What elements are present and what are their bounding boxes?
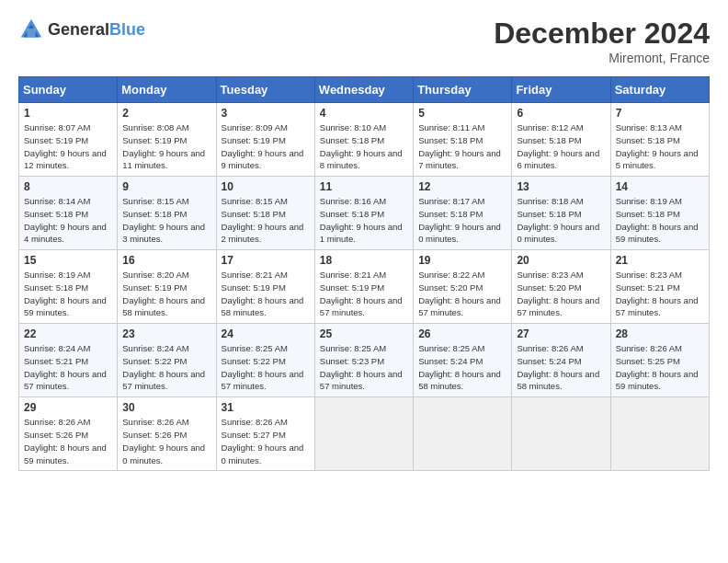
col-wednesday: Wednesday: [314, 77, 413, 103]
day-number: 2: [122, 107, 211, 120]
calendar-cell: 16Sunrise: 8:20 AM Sunset: 5:19 PM Dayli…: [118, 250, 216, 324]
calendar-body: 1Sunrise: 8:07 AM Sunset: 5:19 PM Daylig…: [19, 103, 710, 471]
day-info: Sunrise: 8:11 AM Sunset: 5:18 PM Dayligh…: [418, 121, 507, 172]
day-info: Sunrise: 8:15 AM Sunset: 5:18 PM Dayligh…: [122, 195, 211, 246]
day-info: Sunrise: 8:26 AM Sunset: 5:24 PM Dayligh…: [517, 342, 606, 393]
day-info: Sunrise: 8:24 AM Sunset: 5:21 PM Dayligh…: [24, 342, 113, 393]
day-number: 14: [616, 180, 705, 193]
col-friday: Friday: [512, 77, 610, 103]
day-info: Sunrise: 8:19 AM Sunset: 5:18 PM Dayligh…: [24, 269, 113, 319]
calendar-cell: 15Sunrise: 8:19 AM Sunset: 5:18 PM Dayli…: [19, 250, 118, 324]
logo-icon: [18, 17, 44, 42]
calendar-cell: [414, 397, 512, 471]
calendar-cell: [314, 397, 413, 471]
day-info: Sunrise: 8:25 AM Sunset: 5:22 PM Dayligh…: [222, 342, 311, 393]
day-number: 1: [24, 107, 113, 120]
month-title: December 2024: [494, 17, 710, 51]
day-number: 22: [24, 327, 113, 340]
col-sunday: Sunday: [19, 77, 118, 103]
day-info: Sunrise: 8:26 AM Sunset: 5:26 PM Dayligh…: [122, 416, 211, 466]
calendar-cell: 22Sunrise: 8:24 AM Sunset: 5:21 PM Dayli…: [19, 324, 118, 397]
day-number: 19: [418, 254, 507, 267]
col-thursday: Thursday: [414, 77, 512, 103]
day-number: 17: [222, 254, 311, 267]
day-info: Sunrise: 8:12 AM Sunset: 5:18 PM Dayligh…: [517, 121, 606, 172]
calendar-cell: 2Sunrise: 8:08 AM Sunset: 5:19 PM Daylig…: [118, 103, 216, 177]
day-info: Sunrise: 8:13 AM Sunset: 5:18 PM Dayligh…: [616, 121, 705, 172]
calendar-cell: 14Sunrise: 8:19 AM Sunset: 5:18 PM Dayli…: [610, 177, 709, 250]
calendar-week-row: 1Sunrise: 8:07 AM Sunset: 5:19 PM Daylig…: [19, 103, 710, 177]
logo-general: General: [48, 20, 109, 39]
calendar-cell: 25Sunrise: 8:25 AM Sunset: 5:23 PM Dayli…: [314, 324, 413, 397]
location-subtitle: Miremont, France: [494, 51, 710, 65]
day-number: 4: [320, 107, 409, 120]
calendar-cell: 10Sunrise: 8:15 AM Sunset: 5:18 PM Dayli…: [216, 177, 314, 250]
calendar-cell: 27Sunrise: 8:26 AM Sunset: 5:24 PM Dayli…: [512, 324, 610, 397]
day-number: 6: [517, 107, 606, 120]
day-number: 31: [222, 401, 311, 414]
day-info: Sunrise: 8:07 AM Sunset: 5:19 PM Dayligh…: [24, 121, 113, 172]
calendar-cell: 26Sunrise: 8:25 AM Sunset: 5:24 PM Dayli…: [414, 324, 512, 397]
day-number: 21: [616, 254, 705, 267]
calendar-cell: 17Sunrise: 8:21 AM Sunset: 5:19 PM Dayli…: [216, 250, 314, 324]
logo-blue: Blue: [109, 20, 145, 39]
day-info: Sunrise: 8:19 AM Sunset: 5:18 PM Dayligh…: [616, 195, 705, 246]
calendar-cell: 6Sunrise: 8:12 AM Sunset: 5:18 PM Daylig…: [512, 103, 610, 177]
calendar-cell: 7Sunrise: 8:13 AM Sunset: 5:18 PM Daylig…: [610, 103, 709, 177]
day-info: Sunrise: 8:25 AM Sunset: 5:23 PM Dayligh…: [320, 342, 409, 393]
day-number: 13: [517, 180, 606, 193]
day-number: 10: [222, 180, 311, 193]
calendar-week-row: 29Sunrise: 8:26 AM Sunset: 5:26 PM Dayli…: [19, 397, 710, 471]
calendar-cell: [610, 397, 709, 471]
calendar-cell: 5Sunrise: 8:11 AM Sunset: 5:18 PM Daylig…: [414, 103, 512, 177]
calendar-week-row: 8Sunrise: 8:14 AM Sunset: 5:18 PM Daylig…: [19, 177, 710, 250]
day-number: 25: [320, 327, 409, 340]
calendar-cell: 21Sunrise: 8:23 AM Sunset: 5:21 PM Dayli…: [610, 250, 709, 324]
calendar-cell: 20Sunrise: 8:23 AM Sunset: 5:20 PM Dayli…: [512, 250, 610, 324]
day-number: 11: [320, 180, 409, 193]
day-info: Sunrise: 8:15 AM Sunset: 5:18 PM Dayligh…: [222, 195, 311, 246]
col-monday: Monday: [118, 77, 216, 103]
day-info: Sunrise: 8:21 AM Sunset: 5:19 PM Dayligh…: [222, 269, 311, 319]
day-number: 15: [24, 254, 113, 267]
day-info: Sunrise: 8:17 AM Sunset: 5:18 PM Dayligh…: [418, 195, 507, 246]
calendar-cell: 9Sunrise: 8:15 AM Sunset: 5:18 PM Daylig…: [118, 177, 216, 250]
calendar-cell: 24Sunrise: 8:25 AM Sunset: 5:22 PM Dayli…: [216, 324, 314, 397]
calendar-cell: 11Sunrise: 8:16 AM Sunset: 5:18 PM Dayli…: [314, 177, 413, 250]
day-number: 8: [24, 180, 113, 193]
day-info: Sunrise: 8:14 AM Sunset: 5:18 PM Dayligh…: [24, 195, 113, 246]
calendar-cell: 4Sunrise: 8:10 AM Sunset: 5:18 PM Daylig…: [314, 103, 413, 177]
day-number: 12: [418, 180, 507, 193]
day-info: Sunrise: 8:26 AM Sunset: 5:27 PM Dayligh…: [222, 416, 311, 466]
calendar-cell: 13Sunrise: 8:18 AM Sunset: 5:18 PM Dayli…: [512, 177, 610, 250]
calendar-cell: 8Sunrise: 8:14 AM Sunset: 5:18 PM Daylig…: [19, 177, 118, 250]
logo-text: GeneralBlue: [48, 20, 145, 40]
day-number: 30: [122, 401, 211, 414]
calendar-cell: 23Sunrise: 8:24 AM Sunset: 5:22 PM Dayli…: [118, 324, 216, 397]
title-block: December 2024 Miremont, France: [494, 17, 710, 65]
day-info: Sunrise: 8:23 AM Sunset: 5:20 PM Dayligh…: [517, 269, 606, 319]
day-number: 7: [616, 107, 705, 120]
day-info: Sunrise: 8:16 AM Sunset: 5:18 PM Dayligh…: [320, 195, 409, 246]
day-number: 27: [517, 327, 606, 340]
day-number: 16: [122, 254, 211, 267]
calendar-cell: 29Sunrise: 8:26 AM Sunset: 5:26 PM Dayli…: [19, 397, 118, 471]
day-number: 24: [222, 327, 311, 340]
day-info: Sunrise: 8:18 AM Sunset: 5:18 PM Dayligh…: [517, 195, 606, 246]
weekday-header-row: Sunday Monday Tuesday Wednesday Thursday…: [19, 77, 710, 103]
calendar-cell: 12Sunrise: 8:17 AM Sunset: 5:18 PM Dayli…: [414, 177, 512, 250]
day-info: Sunrise: 8:24 AM Sunset: 5:22 PM Dayligh…: [122, 342, 211, 393]
day-number: 28: [616, 327, 705, 340]
day-info: Sunrise: 8:25 AM Sunset: 5:24 PM Dayligh…: [418, 342, 507, 393]
day-info: Sunrise: 8:10 AM Sunset: 5:18 PM Dayligh…: [320, 121, 409, 172]
day-info: Sunrise: 8:26 AM Sunset: 5:26 PM Dayligh…: [24, 416, 113, 466]
calendar-cell: 19Sunrise: 8:22 AM Sunset: 5:20 PM Dayli…: [414, 250, 512, 324]
calendar-cell: 30Sunrise: 8:26 AM Sunset: 5:26 PM Dayli…: [118, 397, 216, 471]
day-number: 29: [24, 401, 113, 414]
day-number: 18: [320, 254, 409, 267]
day-number: 26: [418, 327, 507, 340]
logo: GeneralBlue: [18, 17, 145, 42]
svg-rect-2: [27, 29, 35, 37]
calendar-cell: 28Sunrise: 8:26 AM Sunset: 5:25 PM Dayli…: [610, 324, 709, 397]
day-info: Sunrise: 8:08 AM Sunset: 5:19 PM Dayligh…: [122, 121, 211, 172]
